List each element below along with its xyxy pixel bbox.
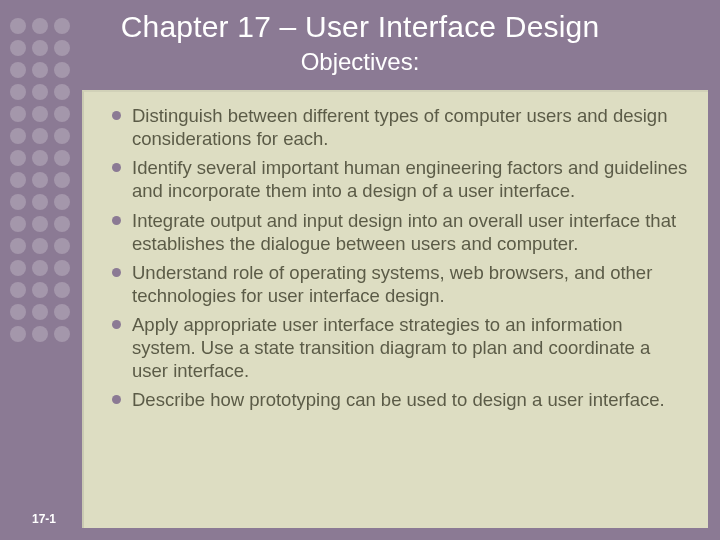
- list-item: Describe how prototyping can be used to …: [112, 388, 690, 411]
- dot-icon: [54, 150, 70, 166]
- dot-icon: [10, 238, 26, 254]
- dot-icon: [32, 128, 48, 144]
- content-panel: Distinguish between different types of c…: [82, 90, 708, 528]
- dot-icon: [54, 172, 70, 188]
- dot-icon: [10, 326, 26, 342]
- dot-icon: [32, 326, 48, 342]
- dot-icon: [54, 238, 70, 254]
- page-number: 17-1: [32, 512, 56, 526]
- dot-icon: [54, 304, 70, 320]
- slide-subtitle: Objectives:: [0, 48, 720, 76]
- dot-icon: [54, 128, 70, 144]
- slide-title: Chapter 17 – User Interface Design: [0, 10, 720, 44]
- list-item: Apply appropriate user interface strateg…: [112, 313, 690, 382]
- list-item: Distinguish between different types of c…: [112, 104, 690, 150]
- dot-icon: [54, 216, 70, 232]
- dot-icon: [10, 172, 26, 188]
- dot-icon: [32, 260, 48, 276]
- dot-icon: [32, 304, 48, 320]
- dot-icon: [54, 84, 70, 100]
- dot-icon: [10, 194, 26, 210]
- list-item: Identify several important human enginee…: [112, 156, 690, 202]
- slide-header: Chapter 17 – User Interface Design Objec…: [0, 0, 720, 84]
- dot-icon: [54, 106, 70, 122]
- dot-icon: [10, 150, 26, 166]
- dot-icon: [10, 304, 26, 320]
- dot-icon: [54, 326, 70, 342]
- dot-icon: [32, 106, 48, 122]
- dot-icon: [10, 282, 26, 298]
- dot-icon: [10, 84, 26, 100]
- dot-icon: [54, 282, 70, 298]
- dot-icon: [10, 128, 26, 144]
- dot-icon: [32, 282, 48, 298]
- dot-icon: [32, 194, 48, 210]
- dot-icon: [32, 238, 48, 254]
- dot-icon: [32, 84, 48, 100]
- list-item: Integrate output and input design into a…: [112, 209, 690, 255]
- dot-icon: [10, 216, 26, 232]
- dot-icon: [10, 106, 26, 122]
- dot-icon: [54, 194, 70, 210]
- dot-icon: [32, 172, 48, 188]
- list-item: Understand role of operating systems, we…: [112, 261, 690, 307]
- dot-icon: [54, 260, 70, 276]
- dot-icon: [32, 216, 48, 232]
- dot-icon: [32, 150, 48, 166]
- objectives-list: Distinguish between different types of c…: [112, 104, 690, 412]
- dot-icon: [10, 260, 26, 276]
